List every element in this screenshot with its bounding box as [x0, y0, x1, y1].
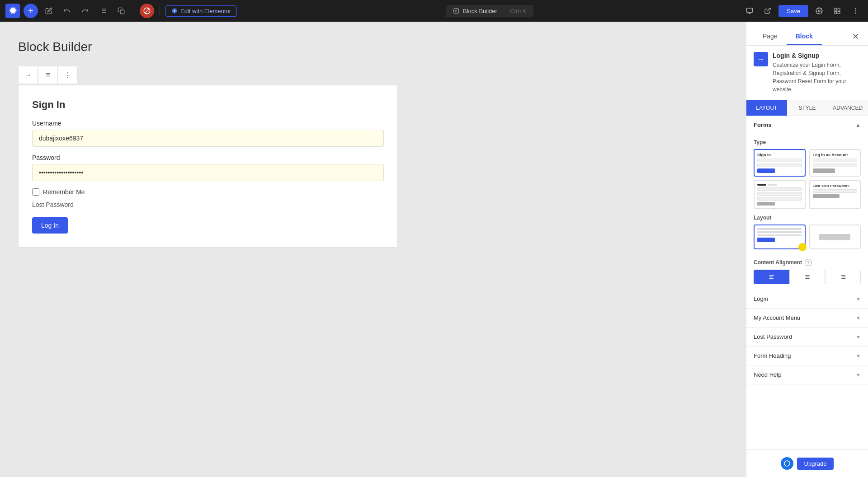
redo-button[interactable] — [78, 4, 92, 18]
accordion-lost-password-header[interactable]: Lost Password ▼ — [746, 327, 868, 346]
forms-panel-section: Forms ▲ Type Sign In Log in as Acc — [746, 116, 868, 255]
svg-rect-21 — [835, 11, 837, 14]
accordion-need-help-header[interactable]: Need Help ▼ — [746, 365, 868, 384]
layout-icon-button[interactable] — [830, 4, 844, 18]
align-center-button[interactable] — [789, 270, 825, 284]
type-card-register[interactable] — [754, 180, 806, 209]
align-right-button[interactable] — [825, 270, 861, 284]
tab-block[interactable]: Block — [787, 28, 822, 45]
canvas-page-heading: Block Builder — [18, 40, 92, 54]
save-button[interactable]: Save — [778, 5, 808, 17]
username-field: Username — [32, 120, 384, 147]
accordion-form-heading-label: Form Heading — [754, 352, 791, 359]
sub-tab-style[interactable]: STYLE — [787, 100, 828, 116]
copy-button[interactable] — [114, 4, 128, 18]
block-more-button[interactable]: ⋮ — [58, 66, 78, 84]
accordion-my-account-chevron: ▼ — [856, 315, 861, 321]
forms-section-header[interactable]: Forms ▲ — [746, 116, 868, 134]
svg-rect-22 — [838, 11, 840, 14]
settings-icon-button[interactable] — [812, 4, 826, 18]
password-label: Password — [32, 154, 384, 161]
remember-me-checkbox[interactable] — [32, 188, 39, 196]
edit-elementor-label: Edit with Elementor — [180, 8, 231, 14]
canvas: Block Builder → ≡ ⋮ Sign In Username Pas… — [0, 22, 746, 477]
svg-rect-14 — [747, 8, 753, 12]
form-title: Sign In — [32, 99, 384, 111]
type-card-btn — [757, 168, 775, 173]
type-card-signin[interactable]: Sign In — [754, 149, 806, 177]
edit-with-elementor-button[interactable]: Edit with Elementor — [165, 5, 237, 17]
svg-point-24 — [855, 10, 855, 11]
remember-me-label: Remember Me — [43, 188, 85, 196]
alignment-buttons — [754, 270, 861, 284]
toolbar-right: Save — [742, 4, 863, 18]
lost-password-link[interactable]: Lost Password — [32, 201, 384, 208]
footer-logo — [781, 457, 793, 470]
sidebar-footer: Upgrade — [746, 449, 868, 477]
toolbar-center: Block Builder Ctrl+K — [241, 5, 739, 17]
accordion-need-help-chevron: ▼ — [856, 372, 861, 378]
accordion-need-help: Need Help ▼ — [746, 365, 868, 384]
keyboard-shortcut: Ctrl+K — [510, 8, 526, 14]
layout-card-full[interactable] — [754, 224, 806, 249]
type-card-account-btn — [813, 168, 835, 173]
accordion-my-account-header[interactable]: My Account Menu ▼ — [746, 309, 868, 327]
responsive-icon-button[interactable] — [742, 4, 757, 18]
layout-inline-preview — [819, 234, 850, 240]
wp-logo[interactable]: ✹ — [5, 4, 20, 18]
forms-section-label: Forms — [754, 122, 772, 128]
alignment-info-icon[interactable]: ? — [805, 259, 812, 266]
block-align-button[interactable]: ≡ — [38, 66, 58, 84]
toolbar-divider — [134, 5, 134, 16]
block-widget-wrapper: → ≡ ⋮ Sign In Username Password — [18, 85, 398, 248]
more-options-button[interactable] — [848, 4, 863, 18]
upgrade-button[interactable]: Upgrade — [797, 458, 834, 470]
plugin-logo[interactable] — [140, 4, 154, 18]
block-widget: Sign In Username Password Remember Me Lo… — [18, 85, 398, 248]
layout-card-inline[interactable] — [809, 224, 861, 249]
main-area: Block Builder → ≡ ⋮ Sign In Username Pas… — [0, 22, 868, 477]
block-icon-symbol: → — [757, 55, 764, 63]
page-title-text: Block Builder — [463, 8, 497, 14]
password-input[interactable] — [32, 164, 384, 181]
block-info-icon: → — [754, 52, 768, 66]
tab-page[interactable]: Page — [754, 28, 787, 45]
sub-tab-layout[interactable]: LAYOUT — [746, 100, 787, 116]
accordion-form-heading-header[interactable]: Form Heading ▼ — [746, 346, 868, 365]
accordion-login-label: Login — [754, 295, 768, 302]
password-field: Password — [32, 154, 384, 181]
alignment-label: Content Alignment ? — [754, 259, 861, 266]
accordion-login-header[interactable]: Login ▼ — [746, 290, 868, 308]
accordion-login: Login ▼ — [746, 290, 868, 309]
cursor-indicator — [798, 243, 807, 251]
block-widget-toolbar: → ≡ ⋮ — [18, 66, 78, 84]
sidebar: Page Block ✕ → Login & Signup Customize … — [746, 22, 868, 477]
accordion-lost-password-label: Lost Password — [754, 333, 792, 340]
add-block-button[interactable]: + — [24, 4, 38, 18]
form-container: Sign In Username Password Remember Me Lo… — [19, 85, 397, 247]
sub-tabs: LAYOUT STYLE ADVANCED — [746, 100, 868, 116]
svg-point-25 — [855, 13, 855, 13]
type-card-lostpw-btn — [813, 194, 840, 198]
type-card-lostpw[interactable]: Lost Your Password? — [809, 180, 861, 209]
preview-icon-button[interactable] — [760, 4, 775, 18]
forms-section-content: Type Sign In Log in as Account — [746, 134, 868, 249]
edit-icon-button[interactable] — [42, 4, 56, 18]
login-button[interactable]: Log In — [32, 217, 68, 234]
svg-rect-6 — [120, 10, 124, 14]
accordion-my-account-label: My Account Menu — [754, 314, 800, 321]
undo-button[interactable] — [60, 4, 74, 18]
sidebar-close-button[interactable]: ✕ — [850, 30, 861, 43]
block-move-button[interactable]: → — [18, 66, 38, 84]
svg-point-18 — [818, 10, 820, 12]
block-info-title: Login & Signup — [773, 52, 861, 59]
sub-tab-advanced[interactable]: ADVANCED — [827, 100, 868, 116]
page-title-button[interactable]: Block Builder Ctrl+K — [446, 5, 533, 17]
align-left-button[interactable] — [754, 270, 789, 284]
username-input[interactable] — [32, 130, 384, 147]
toolbar-divider-2 — [160, 5, 160, 16]
accordion-need-help-label: Need Help — [754, 371, 781, 378]
navigator-button[interactable] — [96, 4, 110, 18]
type-card-account[interactable]: Log in as Account — [809, 149, 861, 177]
remember-me-row: Remember Me — [32, 188, 384, 196]
